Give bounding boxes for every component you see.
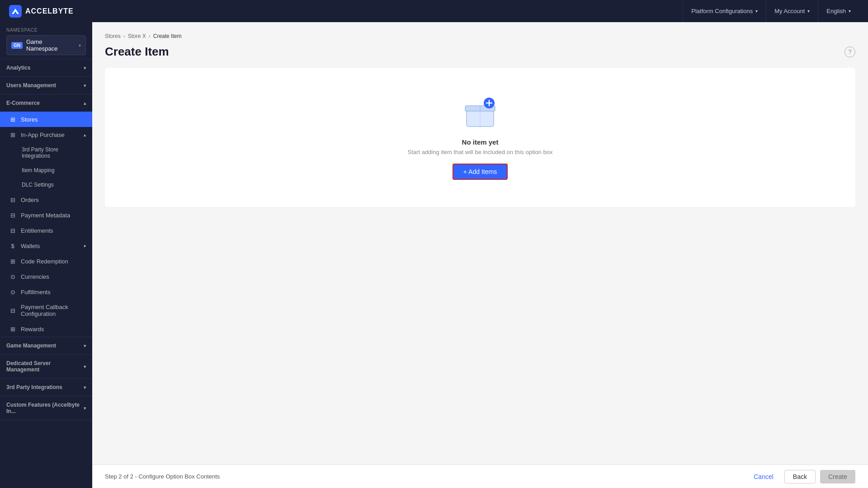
empty-state-card: No item yet Start adding item that will … bbox=[105, 68, 855, 207]
3rd-party-store-label: 3rd Party Store Integrations bbox=[22, 146, 86, 159]
stores-label: Stores bbox=[21, 116, 38, 123]
sidebar-item-orders[interactable]: ⊟ Orders bbox=[0, 192, 92, 207]
currencies-icon: ⊙ bbox=[9, 273, 16, 280]
sidebar-item-wallets[interactable]: $ Wallets ▾ bbox=[0, 238, 92, 253]
code-redemption-label: Code Redemption bbox=[21, 258, 68, 265]
sidebar-section-3rd-party-integrations: 3rd Party Integrations ▾ bbox=[0, 379, 92, 396]
chevron-down-icon: ▾ bbox=[849, 9, 851, 14]
store-icon: ⊞ bbox=[9, 116, 16, 123]
rewards-label: Rewards bbox=[21, 326, 44, 333]
my-account-menu[interactable]: My Account ▾ bbox=[766, 0, 818, 22]
sidebar-item-ecommerce[interactable]: E-Commerce ▴ bbox=[0, 94, 92, 112]
sidebar-item-entitlements[interactable]: ⊟ Entitlements bbox=[0, 223, 92, 238]
rewards-icon: ⊞ bbox=[9, 325, 16, 333]
sidebar-item-payment-metadata[interactable]: ⊟ Payment Metadata bbox=[0, 207, 92, 223]
add-items-button[interactable]: + Add Items bbox=[453, 164, 508, 180]
chevron-down-icon: ▾ bbox=[84, 66, 86, 70]
back-button[interactable]: Back bbox=[784, 470, 816, 483]
sidebar-section-ecommerce: E-Commerce ▴ ⊞ Stores ⊞ In-App Purchase … bbox=[0, 94, 92, 337]
breadcrumb-stores[interactable]: Stores bbox=[105, 33, 121, 39]
game-management-label: Game Management bbox=[6, 343, 56, 349]
breadcrumb-store-x[interactable]: Store X bbox=[128, 33, 146, 39]
payment-callback-label: Payment Callback Configuration bbox=[21, 304, 86, 317]
sidebar-item-3rd-party-store[interactable]: 3rd Party Store Integrations bbox=[0, 142, 92, 163]
payment-callback-icon: ⊟ bbox=[9, 307, 16, 314]
topbar: ACCELBYTE Platform Configurations ▾ My A… bbox=[0, 0, 868, 22]
in-app-purchase-label: In-App Purchase bbox=[21, 131, 65, 138]
chevron-down-icon: ▾ bbox=[79, 43, 81, 48]
breadcrumb-sep: › bbox=[123, 33, 125, 39]
orders-icon: ⊟ bbox=[9, 196, 16, 203]
sidebar-item-currencies[interactable]: ⊙ Currencies bbox=[0, 269, 92, 284]
create-button[interactable]: Create bbox=[820, 470, 855, 483]
help-icon[interactable]: ? bbox=[844, 47, 855, 57]
sidebar-section-users: Users Management ▾ bbox=[0, 77, 92, 94]
sidebar-section-custom-features: Custom Features (Accelbyte In... ▾ bbox=[0, 396, 92, 420]
users-management-label: Users Management bbox=[6, 82, 56, 89]
namespace-label: NAMESPACE bbox=[6, 28, 86, 33]
fulfillments-label: Fulfillments bbox=[21, 289, 51, 296]
sidebar: NAMESPACE GN Game Namespace ▾ Analytics … bbox=[0, 22, 92, 488]
namespace-name: Game Namespace bbox=[26, 38, 75, 52]
in-app-purchase-icon: ⊞ bbox=[9, 131, 16, 138]
chevron-down-icon: ▾ bbox=[84, 343, 86, 348]
chevron-up-icon: ▴ bbox=[84, 132, 86, 137]
ecommerce-label: E-Commerce bbox=[6, 100, 40, 106]
sidebar-item-3rd-party-integrations[interactable]: 3rd Party Integrations ▾ bbox=[0, 379, 92, 396]
sidebar-item-dedicated-server[interactable]: Dedicated Server Management ▾ bbox=[0, 355, 92, 378]
sidebar-item-fulfillments[interactable]: ⊙ Fulfillments bbox=[0, 284, 92, 300]
footer-step-text: Step 2 of 2 - Configure Option Box Conte… bbox=[105, 473, 220, 480]
chevron-up-icon: ▴ bbox=[84, 101, 86, 106]
dedicated-server-label: Dedicated Server Management bbox=[6, 360, 84, 373]
chevron-down-icon: ▾ bbox=[84, 385, 86, 390]
code-redemption-icon: ⊞ bbox=[9, 258, 16, 265]
chevron-down-icon: ▾ bbox=[84, 364, 86, 369]
analytics-label: Analytics bbox=[6, 65, 30, 71]
currencies-label: Currencies bbox=[21, 273, 49, 280]
sidebar-item-stores[interactable]: ⊞ Stores bbox=[0, 112, 92, 127]
entitlements-icon: ⊟ bbox=[9, 227, 16, 234]
custom-features-label: Custom Features (Accelbyte In... bbox=[6, 402, 84, 414]
sidebar-section-game-management: Game Management ▾ bbox=[0, 337, 92, 355]
breadcrumb-create-item: Create Item bbox=[153, 33, 182, 39]
sidebar-item-item-mapping[interactable]: Item Mapping bbox=[0, 163, 92, 178]
footer-actions: Cancel Back Create bbox=[747, 470, 855, 483]
wallets-label: Wallets bbox=[21, 243, 40, 249]
language-menu[interactable]: English ▾ bbox=[818, 0, 859, 22]
no-item-subtitle: Start adding item that will be included … bbox=[408, 149, 553, 155]
wallets-icon: $ bbox=[9, 242, 16, 249]
sidebar-item-in-app-purchase[interactable]: ⊞ In-App Purchase ▴ bbox=[0, 127, 92, 142]
sidebar-item-game-management[interactable]: Game Management ▾ bbox=[0, 337, 92, 354]
namespace-section: NAMESPACE GN Game Namespace ▾ bbox=[0, 22, 92, 59]
content-area: Stores › Store X › Create Item Create It… bbox=[92, 22, 868, 465]
payment-metadata-label: Payment Metadata bbox=[21, 212, 70, 219]
sidebar-item-users-management[interactable]: Users Management ▾ bbox=[0, 77, 92, 94]
sidebar-item-code-redemption[interactable]: ⊞ Code Redemption bbox=[0, 253, 92, 269]
sidebar-item-payment-callback[interactable]: ⊟ Payment Callback Configuration bbox=[0, 300, 92, 321]
platform-config-menu[interactable]: Platform Configurations ▾ bbox=[683, 0, 766, 22]
sidebar-item-rewards[interactable]: ⊞ Rewards bbox=[0, 321, 92, 337]
entitlements-label: Entitlements bbox=[21, 227, 53, 234]
sidebar-item-dlc-settings[interactable]: DLC Settings bbox=[0, 178, 92, 192]
topbar-right: Platform Configurations ▾ My Account ▾ E… bbox=[683, 0, 859, 22]
sidebar-item-custom-features[interactable]: Custom Features (Accelbyte In... ▾ bbox=[0, 396, 92, 420]
no-item-title: No item yet bbox=[462, 138, 499, 146]
chevron-down-icon: ▾ bbox=[84, 406, 86, 411]
namespace-badge: GN bbox=[11, 42, 23, 49]
item-mapping-label: Item Mapping bbox=[22, 167, 55, 174]
empty-illustration bbox=[460, 95, 500, 131]
3rd-party-integrations-label: 3rd Party Integrations bbox=[6, 384, 62, 390]
main-content: Stores › Store X › Create Item Create It… bbox=[92, 22, 868, 488]
payment-metadata-icon: ⊟ bbox=[9, 211, 16, 219]
page-title-row: Create Item ? bbox=[105, 45, 855, 59]
sidebar-section-analytics: Analytics ▾ bbox=[0, 59, 92, 77]
cancel-button[interactable]: Cancel bbox=[747, 470, 780, 483]
sidebar-section-dedicated-server: Dedicated Server Management ▾ bbox=[0, 355, 92, 379]
namespace-selector[interactable]: GN Game Namespace ▾ bbox=[6, 35, 86, 55]
chevron-down-icon: ▾ bbox=[84, 244, 86, 249]
chevron-down-icon: ▾ bbox=[807, 9, 810, 14]
chevron-down-icon: ▾ bbox=[84, 83, 86, 88]
orders-label: Orders bbox=[21, 197, 39, 203]
logo[interactable]: ACCELBYTE bbox=[9, 5, 74, 18]
sidebar-item-analytics[interactable]: Analytics ▾ bbox=[0, 59, 92, 76]
